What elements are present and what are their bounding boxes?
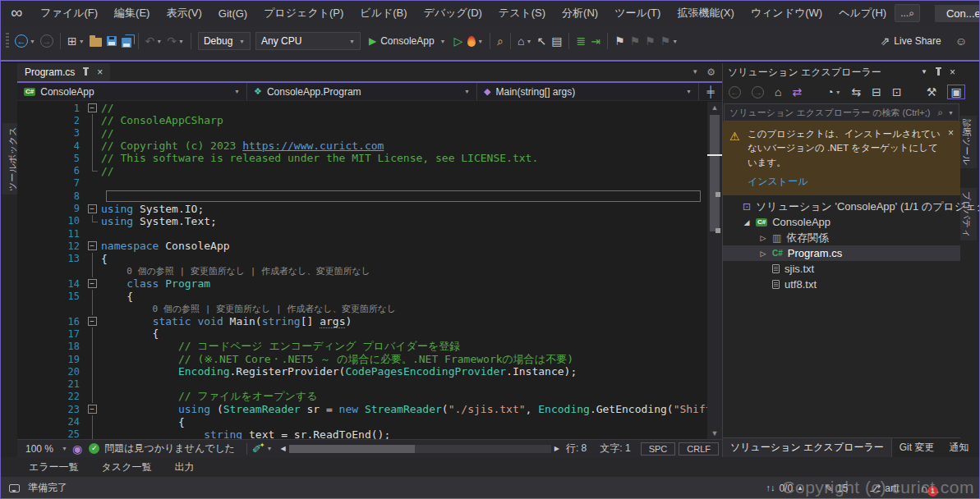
document-health-indicator[interactable]: ✓ 問題は見つかりませんでした <box>82 442 242 456</box>
start-debug-button[interactable]: ▶ConsoleApp▼ <box>366 35 449 47</box>
code-line[interactable]: 16− static void Main(string[] args) <box>17 315 707 327</box>
line-number[interactable]: 15 <box>17 291 83 302</box>
line-number[interactable]: 17 <box>17 328 83 340</box>
line-number[interactable]: 18 <box>17 341 83 352</box>
format-document-icon[interactable]: ≣ <box>576 35 586 47</box>
home-icon[interactable]: ⌂ <box>775 86 781 98</box>
member-dropdown[interactable]: ◆ Main(string[] args) ▼ <box>477 83 699 100</box>
previous-bookmark-icon[interactable]: ⚑ <box>629 35 640 47</box>
hot-reload-icon[interactable]: ▼ <box>467 36 483 47</box>
switch-views-icon[interactable]: ⇄ <box>792 86 802 98</box>
code-line[interactable]: 13{ <box>17 253 707 265</box>
horizontal-scrollbar[interactable] <box>289 445 551 453</box>
git-branch-indicator[interactable]: ⎇ arti <box>869 483 899 494</box>
panel-tab-1[interactable]: Git 変更 <box>892 438 942 457</box>
code-line[interactable]: 8 <box>17 190 707 202</box>
line-number[interactable]: 16 <box>17 316 83 327</box>
code-line[interactable]: 0 個の参照 | 変更箇所なし | 作成者なし、変更箇所なし <box>17 303 707 315</box>
back-icon[interactable]: ← <box>729 86 741 98</box>
line-number[interactable]: 10 <box>17 215 83 227</box>
panel-tab-0[interactable]: ソリューション エクスプローラー <box>723 438 892 457</box>
fold-collapse-icon[interactable]: − <box>88 405 97 414</box>
code-line[interactable]: 12−namespace ConsoleApp <box>17 240 707 252</box>
redo-icon[interactable]: ↷▼ <box>167 35 184 47</box>
class-dropdown[interactable]: ❖ ConsoleApp.Program ▼ <box>247 83 477 100</box>
code-line[interactable]: 25 string text = sr.ReadToEnd(); <box>17 428 707 439</box>
menu-item[interactable]: ウィンドウ(W) <box>743 1 830 25</box>
gear-icon[interactable]: ⚙ <box>706 67 715 77</box>
toolbar-grip[interactable] <box>6 33 9 49</box>
code-line[interactable]: 15 { <box>17 290 707 302</box>
feedback-bubble-icon[interactable] <box>9 484 20 492</box>
tab-program-cs[interactable]: Program.cs × <box>17 63 110 81</box>
expander-icon[interactable]: ▷ <box>759 234 767 242</box>
line-number[interactable]: 5 <box>17 153 83 164</box>
line-number[interactable]: 14 <box>17 278 83 290</box>
tree-item-program-cs[interactable]: ▷C#Program.cs <box>723 245 960 261</box>
vertical-scrollbar[interactable]: ▲ ▼ <box>707 102 722 439</box>
code-line[interactable]: 5// This software is released under the … <box>17 152 707 164</box>
pending-edits-counter[interactable]: ✎ 15 <box>825 483 848 494</box>
menu-item[interactable]: プロジェクト(P) <box>255 1 352 25</box>
line-number[interactable]: 11 <box>17 228 83 240</box>
code-line[interactable]: 19 // (※.NET Core・.NET5 ～ の場合に必要。.NET Fr… <box>17 353 707 365</box>
code-line[interactable]: 11 <box>17 227 707 240</box>
code-line[interactable]: 24 { <box>17 415 707 428</box>
find-in-files-icon[interactable]: ⌕ <box>497 35 504 47</box>
back-icon[interactable]: ←▼ <box>15 34 35 48</box>
tree-item--[interactable]: ▷▥依存関係 <box>723 230 960 245</box>
start-without-debug-icon[interactable]: ▷ <box>454 35 463 47</box>
menu-item[interactable]: 分析(N) <box>554 1 606 25</box>
menu-item[interactable]: 編集(E) <box>106 1 158 25</box>
menu-item[interactable]: 表示(V) <box>158 1 209 25</box>
line-number[interactable]: 8 <box>17 190 83 202</box>
menu-item[interactable]: テスト(S) <box>490 1 554 25</box>
project-dropdown[interactable]: C# ConsoleApp ▼ <box>17 83 247 100</box>
menu-item[interactable]: ファイル(F) <box>32 1 106 25</box>
solution-search-box[interactable]: ソリューション エクスプローラー の検索 (Ctrl+;) ⌕ ▼ <box>724 103 959 121</box>
menu-item[interactable]: ツール(T) <box>606 1 669 25</box>
quick-search-box[interactable]: ... ⌕ <box>895 4 920 22</box>
pin-icon[interactable] <box>937 69 940 76</box>
chevron-down-icon[interactable]: ▼ <box>921 69 927 76</box>
show-all-files-icon[interactable]: ⊡ <box>892 86 902 98</box>
fold-collapse-icon[interactable]: − <box>88 241 97 250</box>
next-bookmark-icon[interactable]: ⚑ <box>645 35 656 47</box>
tree-item-consoleapp[interactable]: ◢C#ConsoleApp <box>723 214 960 230</box>
tree-item-utf8-txt[interactable]: utf8.txt <box>723 277 960 292</box>
fold-margin[interactable]: − <box>83 403 101 415</box>
code-line[interactable]: 23− using (StreamReader sr = new StreamR… <box>17 403 707 415</box>
forward-icon[interactable]: → <box>752 86 764 98</box>
window-tab[interactable]: タスク一覧 <box>94 458 160 477</box>
forward-icon[interactable]: → <box>40 34 53 48</box>
document-outline-icon[interactable]: ▤ <box>551 35 562 47</box>
menu-item[interactable]: デバッグ(D) <box>416 1 490 25</box>
home-window-icon[interactable]: ⌂▼ <box>518 35 531 47</box>
git-sync-counter[interactable]: ↑↓ 0/0 ▲ <box>766 483 803 494</box>
pin-icon[interactable] <box>85 69 87 76</box>
scroll-up-icon[interactable]: ▲ <box>707 103 722 112</box>
fold-margin[interactable]: − <box>83 315 101 327</box>
code-line[interactable]: 14− class Program <box>17 277 707 290</box>
line-number[interactable]: 9 <box>17 203 83 214</box>
code-line[interactable]: 6// <box>17 164 707 176</box>
code-line[interactable]: 0 個の参照 | 変更箇所なし | 作成者なし、変更箇所なし <box>17 265 707 277</box>
code-line[interactable]: 22 // ファイルをオープンする <box>17 391 707 403</box>
line-number[interactable]: 23 <box>17 404 83 415</box>
zoom-selector[interactable]: 100 % ▼ <box>21 443 72 455</box>
new-project-icon[interactable]: ⊞▼ <box>67 35 85 47</box>
close-panel-icon[interactable]: × <box>950 66 955 78</box>
pending-changes-filter-icon[interactable]: ◔▼ <box>826 86 840 98</box>
line-number[interactable]: 13 <box>17 253 83 264</box>
code-line[interactable]: 3// <box>17 127 707 140</box>
panel-tab-2[interactable]: 通知 <box>941 438 976 457</box>
line-number[interactable]: 3 <box>17 127 83 139</box>
sync-with-active-document-icon[interactable]: ⇆ <box>852 86 862 98</box>
split-window-icon[interactable]: ╪ <box>699 83 722 100</box>
debug-config-combo[interactable]: Debug▼ <box>198 32 251 50</box>
save-all-icon[interactable] <box>122 35 131 48</box>
platform-combo[interactable]: Any CPU▼ <box>255 32 361 50</box>
scrollbar-thumb[interactable] <box>289 445 415 453</box>
open-folder-icon[interactable] <box>90 35 102 47</box>
expander-icon[interactable]: ◢ <box>743 218 751 227</box>
